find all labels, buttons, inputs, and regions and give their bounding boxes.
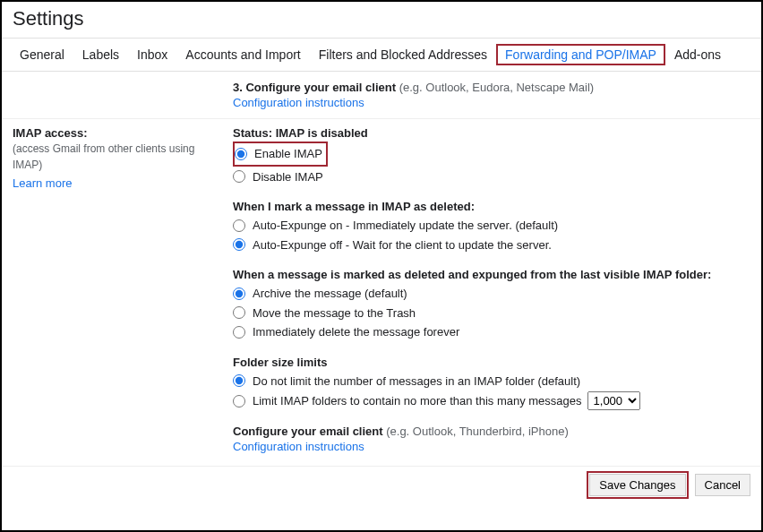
config-instructions-link-top[interactable]: Configuration instructions	[233, 96, 750, 109]
config-instructions-link-bottom[interactable]: Configuration instructions	[233, 440, 750, 453]
footer: Save Changes Cancel	[2, 466, 761, 505]
page-title: Settings	[2, 2, 761, 38]
imap-status: Status: IMAP is disabled	[233, 126, 750, 140]
no-limit-label: Do not limit the number of messages in a…	[253, 373, 580, 390]
enable-imap-radio[interactable]	[235, 148, 247, 160]
tab-filters[interactable]: Filters and Blocked Addresses	[310, 44, 496, 65]
disable-imap-row[interactable]: Disable IMAP	[233, 168, 750, 186]
limit-select[interactable]: 1,000	[587, 391, 640, 410]
configure-client-label: Configure your email client	[233, 425, 383, 438]
step3-label: 3. Configure your email client	[233, 81, 396, 94]
archive-radio[interactable]	[233, 287, 245, 300]
tab-accounts[interactable]: Accounts and Import	[176, 44, 309, 65]
tab-addons[interactable]: Add-ons	[665, 44, 730, 65]
expunge-on-label: Auto-Expunge on - Immediately update the…	[253, 217, 558, 235]
deleted-title: When I mark a message in IMAP as deleted…	[233, 200, 750, 213]
save-changes-button[interactable]: Save Changes	[589, 474, 685, 496]
delete-forever-row[interactable]: Immediately delete the message forever	[233, 323, 750, 341]
no-limit-row[interactable]: Do not limit the number of messages in a…	[233, 373, 750, 390]
delete-forever-radio[interactable]	[233, 326, 245, 339]
no-limit-radio[interactable]	[233, 374, 245, 387]
tab-general[interactable]: General	[11, 44, 73, 65]
imap-access-hint: (access Gmail from other clients using I…	[13, 141, 224, 173]
archive-row[interactable]: Archive the message (default)	[233, 285, 750, 303]
imap-access-label: IMAP access:	[13, 126, 224, 140]
delete-forever-label: Immediately delete the message forever	[253, 323, 459, 341]
expunge-off-label: Auto-Expunge off - Wait for the client t…	[253, 236, 552, 254]
expunge-off-row[interactable]: Auto-Expunge off - Wait for the client t…	[233, 236, 750, 254]
disable-imap-radio[interactable]	[233, 170, 245, 183]
expunge-on-row[interactable]: Auto-Expunge on - Immediately update the…	[233, 217, 750, 235]
expunge-off-radio[interactable]	[233, 238, 245, 251]
tabs-bar: General Labels Inbox Accounts and Import…	[2, 38, 761, 72]
enable-imap-label: Enable IMAP	[254, 145, 322, 163]
archive-label: Archive the message (default)	[253, 285, 407, 303]
cancel-button[interactable]: Cancel	[695, 474, 750, 496]
learn-more-link[interactable]: Learn more	[13, 176, 224, 190]
limit-label: Limit IMAP folders to contain no more th…	[253, 392, 582, 410]
folder-limits-title: Folder size limits	[233, 356, 750, 369]
enable-imap-row[interactable]: Enable IMAP	[235, 145, 322, 163]
disable-imap-label: Disable IMAP	[253, 168, 323, 186]
expunged-title: When a message is marked as deleted and …	[233, 268, 750, 281]
limit-radio[interactable]	[233, 395, 245, 408]
configure-top-section: 3. Configure your email client (e.g. Out…	[2, 72, 761, 119]
configure-client-hint: (e.g. Outlook, Thunderbird, iPhone)	[386, 425, 569, 438]
tab-forwarding[interactable]: Forwarding and POP/IMAP	[496, 44, 665, 65]
limit-row[interactable]: Limit IMAP folders to contain no more th…	[233, 391, 750, 410]
trash-label: Move the message to the Trash	[253, 305, 416, 322]
trash-row[interactable]: Move the message to the Trash	[233, 305, 750, 322]
tab-labels[interactable]: Labels	[73, 44, 128, 65]
expunge-on-radio[interactable]	[233, 219, 245, 232]
trash-radio[interactable]	[233, 306, 245, 319]
step3-hint: (e.g. Outlook, Eudora, Netscape Mail)	[399, 81, 595, 94]
tab-inbox[interactable]: Inbox	[128, 44, 176, 65]
imap-section: IMAP access: (access Gmail from other cl…	[2, 119, 761, 466]
